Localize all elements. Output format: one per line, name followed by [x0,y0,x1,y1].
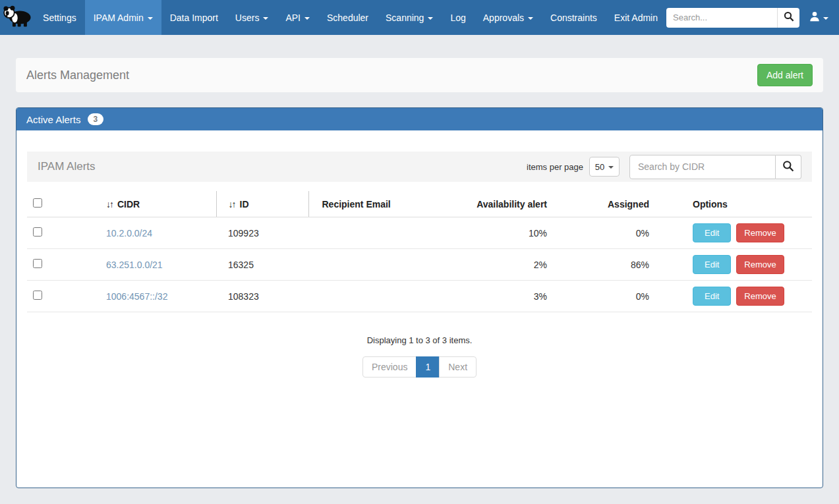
chevron-down-icon [823,17,828,20]
nav-item-scheduler[interactable]: Scheduler [318,0,377,35]
nav-item-users[interactable]: Users [227,0,277,35]
assigned-value: 0% [552,217,654,249]
panel-title: Active Alerts [26,114,81,125]
alert-id: 109923 [216,217,308,249]
column-header-options: Options [654,191,812,217]
pagination-summary: Displaying 1 to 3 of 3 items. [27,335,812,345]
alert-count-badge: 3 [88,113,104,125]
row-checkbox[interactable] [33,259,42,268]
chevron-down-icon [428,17,433,20]
chevron-down-icon [528,17,533,20]
chevron-down-icon [608,166,614,169]
table-subtitle: IPAM Alerts [38,160,96,173]
top-navbar: Settings IPAM Admin Data Import Users AP… [0,0,839,35]
nav-item-constraints[interactable]: Constraints [542,0,606,35]
availability-alert-value: 10% [450,217,552,249]
chevron-down-icon [263,17,268,20]
search-icon [784,11,794,24]
alert-id: 16325 [216,249,308,281]
assigned-value: 0% [552,281,654,312]
items-per-page-label: items per page [527,162,583,172]
page-title: Alerts Management [26,69,129,82]
search-icon [782,160,794,174]
remove-button[interactable]: Remove [736,287,784,306]
chevron-down-icon [304,17,310,20]
user-icon [809,11,820,24]
cidr-link[interactable]: 10.2.0.0/24 [106,228,152,238]
nav-item-api[interactable]: API [277,0,318,35]
cidr-search-group [629,155,801,179]
table-row: 63.251.0.0/21 16325 2% 86% Edit Remove [27,249,812,281]
nav-item-scanning[interactable]: Scanning [377,0,442,35]
column-header-recipient-email: Recipient Email [308,191,450,217]
panel-body: IPAM Alerts items per page 50 [16,130,823,388]
alerts-table: ↓↑CIDR ↓↑ID Recipient Email Availability… [27,191,812,312]
items-per-page-select[interactable]: 50 [589,157,620,177]
panel-header: Active Alerts 3 [16,108,823,130]
edit-button[interactable]: Edit [693,255,731,274]
nav-item-ipam-admin[interactable]: IPAM Admin [85,0,161,35]
user-menu[interactable] [807,11,831,24]
table-toolbar: IPAM Alerts items per page 50 [27,152,812,182]
cidr-link[interactable]: 63.251.0.0/21 [106,260,163,270]
page-1-button[interactable]: 1 [416,356,440,378]
main-content: Alerts Management Add alert Active Alert… [0,58,839,488]
column-header-id[interactable]: ↓↑ID [216,191,308,217]
table-row: 1006:4567::/32 108323 3% 0% Edit Remove [27,281,812,312]
nav-item-exit-admin[interactable]: Exit Admin [606,0,666,35]
chevron-down-icon [148,17,153,20]
cidr-link[interactable]: 1006:4567::/32 [106,291,167,302]
row-checkbox[interactable] [33,227,42,237]
assigned-value: 86% [552,249,654,281]
recipient-email [308,217,450,249]
column-header-assigned: Assigned [552,191,654,217]
add-alert-button[interactable]: Add alert [757,64,813,86]
active-alerts-panel: Active Alerts 3 IPAM Alerts items per pa… [16,107,823,488]
nav-item-data-import[interactable]: Data Import [161,0,227,35]
remove-button[interactable]: Remove [736,255,784,274]
availability-alert-value: 3% [450,281,552,312]
row-checkbox[interactable] [33,291,42,300]
global-search-group [666,8,799,28]
cidr-search-button[interactable] [776,155,801,179]
nav-item-approvals[interactable]: Approvals [475,0,542,35]
table-header-row: ↓↑CIDR ↓↑ID Recipient Email Availability… [27,191,812,217]
toolbar-controls: items per page 50 [527,155,801,179]
panda-logo-icon [2,5,32,30]
sort-icon: ↓↑ [229,199,235,210]
column-header-cidr[interactable]: ↓↑CIDR [100,191,216,217]
edit-button[interactable]: Edit [693,287,731,306]
nav-item-log[interactable]: Log [442,0,474,35]
app-logo[interactable] [0,0,34,35]
global-search-input[interactable] [666,8,777,28]
alert-id: 108323 [216,281,308,312]
column-header-availability-alert: Availability alert [450,191,552,217]
next-page-button[interactable]: Next [439,356,477,378]
cidr-search-input[interactable] [629,155,776,179]
recipient-email [308,249,450,281]
table-row: 10.2.0.0/24 109923 10% 0% Edit Remove [27,217,812,249]
nav-item-settings[interactable]: Settings [34,0,85,35]
availability-alert-value: 2% [450,249,552,281]
navbar-right [666,0,839,35]
select-all-checkbox[interactable] [33,198,42,208]
previous-page-button[interactable]: Previous [362,356,417,378]
global-search-button[interactable] [777,8,799,28]
sort-icon: ↓↑ [106,199,113,210]
remove-button[interactable]: Remove [736,223,784,242]
page-header: Alerts Management Add alert [16,58,823,92]
recipient-email [308,281,450,312]
edit-button[interactable]: Edit [693,223,731,242]
pagination: Previous 1 Next [27,356,812,378]
